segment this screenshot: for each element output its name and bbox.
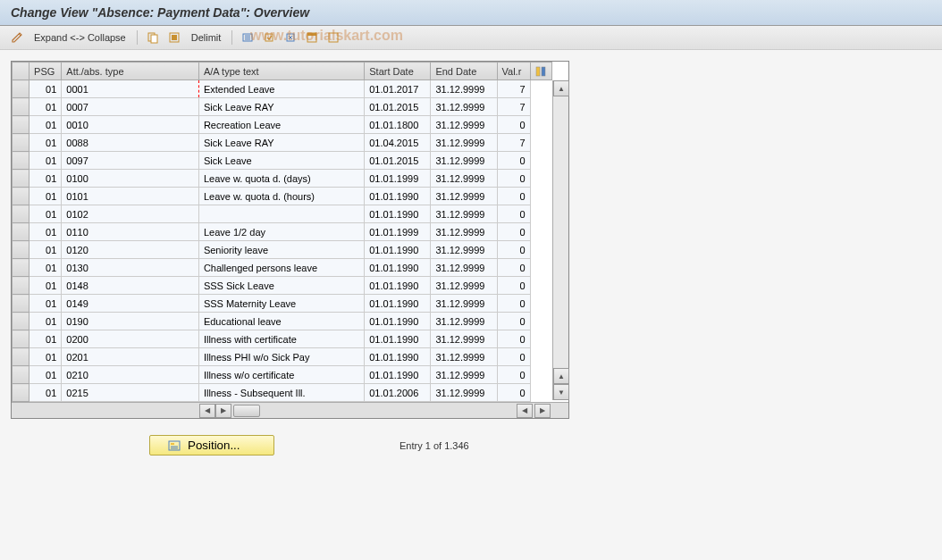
psg-cell[interactable]: 01 [29,116,62,134]
deselect-all-icon[interactable] [325,29,341,46]
psg-cell[interactable]: 01 [29,134,62,152]
type-cell[interactable]: 0010 [62,116,199,134]
val-cell[interactable]: 0 [497,116,530,134]
scroll-left-button[interactable]: ◀ [199,404,215,418]
type-cell[interactable]: 0102 [62,205,199,223]
startdate-cell[interactable]: 01.01.1990 [365,259,431,277]
text-cell[interactable]: Leave 1/2 day [198,223,364,241]
scroll-right-button[interactable]: ▶ [215,404,231,418]
text-cell[interactable]: Seniority leave [198,241,364,259]
text-cell[interactable]: Illness w/o certificate [198,366,364,384]
startdate-cell[interactable]: 01.01.1990 [365,313,431,330]
scroll-down-button[interactable]: ▼ [553,384,569,400]
startdate-cell[interactable]: 01.01.1990 [365,295,431,313]
val-header[interactable]: Val.r [497,63,530,80]
row-selector[interactable] [13,170,29,188]
val-cell[interactable]: 7 [497,134,530,152]
val-cell[interactable]: 0 [497,259,530,277]
row-selector[interactable] [13,80,29,98]
psg-cell[interactable]: 01 [29,330,62,348]
row-selector[interactable] [13,348,29,366]
enddate-cell[interactable]: 31.12.9999 [431,384,497,402]
enddate-cell[interactable]: 31.12.9999 [431,330,497,348]
type-header[interactable]: Att./abs. type [62,63,199,80]
text-cell[interactable]: Sick Leave RAY [198,98,364,116]
psg-cell[interactable]: 01 [29,384,62,402]
enddate-cell[interactable]: 31.12.9999 [431,116,497,134]
val-cell[interactable]: 0 [497,366,530,384]
text-cell[interactable]: SSS Maternity Leave [198,295,364,313]
position-button[interactable]: Position... [149,435,274,456]
text-cell[interactable]: Illness PHI w/o Sick Pay [198,348,364,366]
expand-collapse-button[interactable]: Expand <-> Collapse [30,32,130,43]
type-cell[interactable]: 0210 [62,366,199,384]
psg-cell[interactable]: 01 [29,348,62,366]
startdate-cell[interactable]: 01.01.1990 [365,241,431,259]
new-entries-icon[interactable] [240,29,256,46]
vertical-scrollbar[interactable]: ▲ ▲ ▼ [552,80,568,400]
val-cell[interactable]: 0 [497,188,530,205]
psg-cell[interactable]: 01 [29,366,62,384]
psg-cell[interactable]: 01 [29,98,62,116]
row-selector[interactable] [13,98,29,116]
val-cell[interactable]: 0 [497,205,530,223]
psg-cell[interactable]: 01 [29,241,62,259]
text-cell[interactable]: Sick Leave [198,152,364,170]
row-selector[interactable] [13,330,29,348]
val-cell[interactable]: 0 [497,330,530,348]
text-cell[interactable]: Illness with certificate [198,330,364,348]
row-selector[interactable] [13,313,29,330]
psg-cell[interactable]: 01 [29,205,62,223]
psg-cell[interactable]: 01 [29,277,62,295]
startdate-cell[interactable]: 01.01.1990 [365,330,431,348]
startdate-header[interactable]: Start Date [365,63,431,80]
enddate-cell[interactable]: 31.12.9999 [431,295,497,313]
enddate-cell[interactable]: 31.12.9999 [431,241,497,259]
hscroll-thumb[interactable] [233,405,260,417]
enddate-cell[interactable]: 31.12.9999 [431,80,497,98]
text-cell[interactable]: Illness - Subsequent Ill. [198,384,364,402]
text-cell[interactable]: Recreation Leave [198,116,364,134]
startdate-cell[interactable]: 01.01.1999 [365,223,431,241]
startdate-cell[interactable]: 01.01.2006 [365,384,431,402]
change-icon[interactable] [9,29,25,46]
val-cell[interactable]: 0 [497,277,530,295]
startdate-cell[interactable]: 01.01.2015 [365,152,431,170]
type-cell[interactable]: 0001 [62,80,199,98]
startdate-cell[interactable]: 01.01.2015 [365,98,431,116]
startdate-cell[interactable]: 01.01.1990 [365,188,431,205]
startdate-cell[interactable]: 01.01.1990 [365,348,431,366]
startdate-cell[interactable]: 01.01.1990 [365,205,431,223]
row-selector[interactable] [13,241,29,259]
scroll-up-page-button[interactable]: ▲ [553,368,569,384]
text-cell[interactable] [198,205,364,223]
val-cell[interactable]: 0 [497,313,530,330]
val-cell[interactable]: 0 [497,348,530,366]
val-cell[interactable]: 0 [497,152,530,170]
scroll-track[interactable] [553,96,568,400]
psg-cell[interactable]: 01 [29,188,62,205]
type-cell[interactable]: 0110 [62,223,199,241]
type-cell[interactable]: 0088 [62,134,199,152]
row-selector[interactable] [13,188,29,205]
row-selector[interactable] [13,295,29,313]
psg-cell[interactable]: 01 [29,313,62,330]
val-cell[interactable]: 7 [497,98,530,116]
delimit-button[interactable]: Delimit [188,32,225,43]
type-cell[interactable]: 0201 [62,348,199,366]
enddate-cell[interactable]: 31.12.9999 [431,223,497,241]
text-header[interactable]: A/A type text [198,63,364,80]
startdate-cell[interactable]: 01.04.2015 [365,134,431,152]
text-cell[interactable]: SSS Sick Leave [198,277,364,295]
row-selector[interactable] [13,223,29,241]
text-cell[interactable]: Educational leave [198,313,364,330]
row-selector[interactable] [13,134,29,152]
enddate-cell[interactable]: 31.12.9999 [431,98,497,116]
type-cell[interactable]: 0100 [62,170,199,188]
val-cell[interactable]: 0 [497,384,530,402]
type-cell[interactable]: 0215 [62,384,199,402]
psg-cell[interactable]: 01 [29,223,62,241]
text-cell[interactable]: Leave w. quota d. (days) [198,170,364,188]
row-selector[interactable] [13,384,29,402]
enddate-header[interactable]: End Date [431,63,497,80]
